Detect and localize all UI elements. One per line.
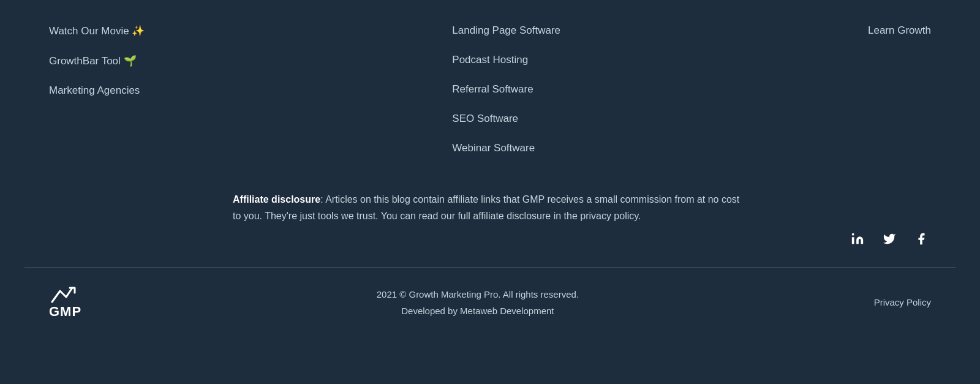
podcast-hosting-link[interactable]: Podcast Hosting <box>452 54 560 66</box>
affiliate-wrapper: Affiliate disclosure: Articles on this b… <box>0 167 980 267</box>
footer-bottom: GMP 2021 © Growth Marketing Pro. All rig… <box>0 268 980 337</box>
linkedin-icon[interactable] <box>848 229 867 249</box>
webinar-software-link[interactable]: Webinar Software <box>452 142 560 154</box>
footer-col-2: Landing Page Software Podcast Hosting Re… <box>452 24 560 154</box>
marketing-agencies-link[interactable]: Marketing Agencies <box>49 85 145 97</box>
footer-col-1: Watch Our Movie ✨ GrowthBar Tool 🌱 Marke… <box>49 24 145 154</box>
affiliate-section: Affiliate disclosure: Articles on this b… <box>0 179 980 243</box>
developer-text: Developed by Metaweb Development <box>377 303 579 319</box>
affiliate-bold: Affiliate disclosure <box>233 194 320 205</box>
referral-software-link[interactable]: Referral Software <box>452 83 560 96</box>
growthbar-tool-link[interactable]: GrowthBar Tool 🌱 <box>49 55 145 67</box>
twitter-icon[interactable] <box>880 229 899 249</box>
privacy-policy-link[interactable]: Privacy Policy <box>874 297 931 307</box>
svg-rect-0 <box>852 238 854 244</box>
social-icons <box>848 229 931 249</box>
copyright-text: 2021 © Growth Marketing Pro. All rights … <box>377 286 579 303</box>
gmp-logo: GMP <box>49 285 81 320</box>
facebook-icon[interactable] <box>911 229 931 249</box>
svg-point-1 <box>852 233 854 236</box>
watch-movie-link[interactable]: Watch Our Movie ✨ <box>49 24 145 37</box>
footer: Watch Our Movie ✨ GrowthBar Tool 🌱 Marke… <box>0 0 980 337</box>
footer-copyright: 2021 © Growth Marketing Pro. All rights … <box>377 286 579 319</box>
learn-growth-link[interactable]: Learn Growth <box>868 24 931 37</box>
gmp-logo-mark <box>49 285 80 306</box>
landing-page-link[interactable]: Landing Page Software <box>452 24 560 37</box>
seo-software-link[interactable]: SEO Software <box>452 113 560 125</box>
footer-links-section: Watch Our Movie ✨ GrowthBar Tool 🌱 Marke… <box>0 0 980 167</box>
gmp-logo-text: GMP <box>49 304 81 320</box>
footer-col-3: Learn Growth <box>868 24 931 154</box>
